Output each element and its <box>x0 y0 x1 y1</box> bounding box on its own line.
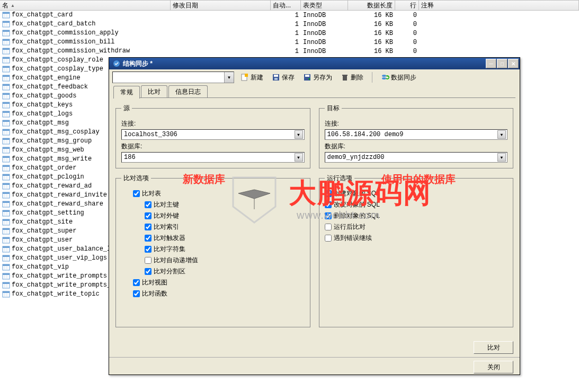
chk-fk[interactable]: 比对外键 <box>145 211 305 220</box>
table-icon <box>2 227 11 235</box>
svg-point-139 <box>382 77 386 79</box>
chk-alter-sql[interactable]: 改变对象的 SQL <box>325 200 508 209</box>
chk-create-sql[interactable]: 创建对象的 SQL <box>325 189 508 198</box>
svg-rect-21 <box>3 57 10 59</box>
svg-rect-77 <box>3 183 10 185</box>
svg-rect-17 <box>3 48 10 50</box>
svg-rect-57 <box>3 138 10 140</box>
separator <box>372 72 372 83</box>
minimize-button[interactable]: ─ <box>486 59 496 68</box>
chk-views[interactable]: 比对视图 <box>133 278 305 287</box>
run-options-legend: 运行选项 <box>325 174 354 183</box>
table-icon <box>2 173 11 181</box>
table-icon <box>2 128 11 136</box>
save-button[interactable]: 保存 <box>270 72 297 83</box>
source-conn-select[interactable]: localhost_3306▼ <box>121 129 305 140</box>
chk-continue-err[interactable]: 遇到错误继续 <box>325 234 508 243</box>
tab-log[interactable]: 信息日志 <box>168 85 208 98</box>
chk-drop-sql[interactable]: 删除对象的 SQL <box>325 211 508 220</box>
col-name[interactable]: 名▲ <box>0 1 171 10</box>
svg-rect-13 <box>3 39 10 41</box>
svg-rect-53 <box>3 129 10 131</box>
svg-rect-133 <box>274 78 278 80</box>
profile-combo[interactable]: ▼ <box>112 72 234 83</box>
chevron-down-icon[interactable]: ▼ <box>497 153 506 162</box>
table-icon <box>2 155 11 163</box>
toolbar: ▼ 新建 保存 另存为 删除 数据同步 <box>109 69 520 85</box>
chk-charset[interactable]: 比对字符集 <box>145 245 305 254</box>
profile-input[interactable] <box>113 72 224 83</box>
table-row[interactable]: fox_chatgpt_card_batch1InnoDB16 KB0 <box>0 20 579 29</box>
chk-idx[interactable]: 比对索引 <box>145 222 305 231</box>
chk-partition[interactable]: 比对分割区 <box>145 267 305 276</box>
svg-rect-69 <box>3 165 10 167</box>
new-icon <box>240 73 249 82</box>
table-icon <box>2 218 11 226</box>
table-icon <box>2 164 11 172</box>
table-icon <box>2 191 11 199</box>
table-row[interactable]: fox_chatgpt_commission_withdraw1InnoDB16… <box>0 47 579 56</box>
chevron-down-icon[interactable]: ▼ <box>295 130 303 139</box>
saveas-icon <box>303 73 311 82</box>
table-icon <box>2 290 11 298</box>
compare-options-fieldset: 比对选项 比对表 比对主键 比对外键 比对索引 比对触发器 比对字符集 比对自动… <box>115 174 310 327</box>
chevron-down-icon[interactable]: ▼ <box>497 130 506 139</box>
col-auto[interactable]: 自动... <box>271 1 301 10</box>
svg-rect-105 <box>3 246 10 248</box>
table-icon <box>2 200 11 208</box>
tab-compare[interactable]: 比对 <box>141 85 167 98</box>
chk-pk[interactable]: 比对主键 <box>145 200 305 209</box>
dialog-title: 结构同步 * <box>123 59 486 68</box>
col-comment[interactable]: 注释 <box>419 1 579 10</box>
col-modified[interactable]: 修改日期 <box>171 1 271 10</box>
svg-rect-117 <box>3 273 10 275</box>
svg-rect-93 <box>3 219 10 221</box>
table-icon <box>2 254 11 262</box>
new-button[interactable]: 新建 <box>238 72 265 83</box>
svg-point-138 <box>382 75 386 77</box>
table-icon <box>2 92 11 100</box>
source-db-select[interactable]: 186▼ <box>121 152 305 163</box>
saveas-button[interactable]: 另存为 <box>301 72 334 83</box>
table-icon <box>2 74 11 82</box>
chk-functions[interactable]: 比对函数 <box>133 289 305 298</box>
chk-tables[interactable]: 比对表 <box>133 189 305 198</box>
col-datalen[interactable]: 数据长度 <box>348 1 395 10</box>
chevron-down-icon[interactable]: ▼ <box>224 72 234 83</box>
table-icon <box>2 209 11 217</box>
col-tabletype[interactable]: 表类型 <box>301 1 348 10</box>
chevron-down-icon[interactable]: ▼ <box>295 153 303 162</box>
close-button[interactable]: ✕ <box>508 59 519 68</box>
target-fieldset: 目标 连接: 106.58.184.200 demo9▼ 数据库: demo9_… <box>319 104 514 168</box>
table-row[interactable]: fox_chatgpt_commission_bill1InnoDB16 KB0 <box>0 38 579 47</box>
svg-rect-65 <box>3 156 10 158</box>
source-conn-label: 连接: <box>121 119 305 128</box>
svg-rect-41 <box>3 102 10 104</box>
compare-options-legend: 比对选项 <box>121 174 151 183</box>
table-icon <box>2 245 11 253</box>
sort-asc-icon: ▲ <box>11 3 15 8</box>
source-legend: 源 <box>121 104 132 113</box>
table-icon <box>2 137 11 145</box>
svg-rect-89 <box>3 210 10 212</box>
tabs: 常规 比对 信息日志 <box>109 85 520 98</box>
table-row[interactable]: fox_chatgpt_commission_apply1InnoDB16 KB… <box>0 29 579 38</box>
delete-button[interactable]: 删除 <box>339 72 366 83</box>
compare-button[interactable]: 比对 <box>474 341 513 354</box>
maximize-button[interactable]: □ <box>497 59 507 68</box>
tab-general[interactable]: 常规 <box>113 86 140 99</box>
svg-rect-49 <box>3 120 10 122</box>
target-conn-select[interactable]: 106.58.184.200 demo9▼ <box>325 129 508 140</box>
chk-autoinc[interactable]: 比对自动递增值 <box>145 256 305 265</box>
data-sync-button[interactable]: 数据同步 <box>379 72 418 83</box>
chk-trigger[interactable]: 比对触发器 <box>145 234 305 243</box>
titlebar[interactable]: 结构同步 * ─ □ ✕ <box>109 58 520 69</box>
table-icon <box>2 110 11 118</box>
table-icon <box>2 29 11 37</box>
close-dialog-button[interactable]: 关闭 <box>474 361 513 373</box>
chk-run-after[interactable]: 运行后比对 <box>325 222 508 231</box>
table-icon <box>2 38 11 46</box>
col-rows[interactable]: 行 <box>395 1 419 10</box>
table-row[interactable]: fox_chatgpt_card1InnoDB16 KB0 <box>0 11 579 20</box>
target-db-select[interactable]: demo9_ynjdzzd00▼ <box>325 152 508 163</box>
